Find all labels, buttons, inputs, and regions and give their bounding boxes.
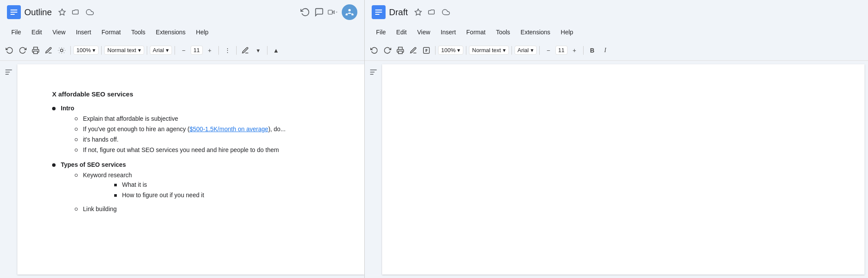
- list-item-text: Keyword research: [83, 172, 132, 179]
- list-item: Intro Explain that affordable is subject…: [52, 105, 330, 157]
- list-item-text: If not, figure out what SEO services you…: [83, 146, 279, 153]
- cloud-icon-right[interactable]: [441, 7, 451, 17]
- video-icon[interactable]: [328, 7, 338, 17]
- bold-btn-r[interactable]: B: [586, 44, 598, 56]
- menu-file-r[interactable]: File: [372, 27, 390, 37]
- doc-heading: X affordable SEO services: [52, 90, 330, 98]
- font-dropdown-r[interactable]: Arial ▾: [515, 46, 537, 55]
- outline-toggle-btn-r[interactable]: [367, 66, 380, 78]
- toolbar-sep-1: [70, 46, 71, 55]
- app-icon-right[interactable]: [372, 5, 386, 19]
- svg-rect-1: [10, 10, 17, 10]
- redo-btn[interactable]: [17, 44, 29, 56]
- menu-help[interactable]: Help: [191, 27, 213, 37]
- italic-btn-r[interactable]: I: [599, 44, 611, 56]
- svg-point-8: [60, 49, 63, 52]
- list-item-label: Types of SEO services: [61, 161, 126, 168]
- bullet-dot: [52, 107, 56, 110]
- folder-icon-right[interactable]: [427, 7, 437, 17]
- bullet-square: [114, 194, 117, 197]
- menu-extensions-r[interactable]: Extensions: [516, 27, 554, 37]
- font-size-plus-r[interactable]: +: [568, 44, 581, 56]
- font-size-display[interactable]: 11: [191, 46, 203, 55]
- paintformat-btn[interactable]: [56, 44, 68, 56]
- avatar-btn[interactable]: [342, 4, 357, 20]
- zoom-dropdown[interactable]: 100% ▾: [73, 46, 99, 55]
- list-item: If you've got enough to hire an agency (…: [61, 126, 286, 132]
- menu-format[interactable]: Format: [97, 27, 125, 37]
- menu-view[interactable]: View: [48, 27, 70, 37]
- outline-toggle-btn[interactable]: [3, 66, 15, 78]
- left-doc-page[interactable]: X affordable SEO services Intro Explain …: [17, 64, 364, 275]
- folder-icon[interactable]: [71, 7, 81, 17]
- left-sidebar-toggle: [0, 61, 17, 278]
- sub-list: Keyword research What it is: [61, 172, 204, 212]
- print-btn-r[interactable]: [394, 44, 406, 56]
- undo-btn[interactable]: [3, 44, 16, 56]
- svg-rect-13: [375, 10, 382, 10]
- pen-tool-btn[interactable]: [239, 44, 251, 56]
- menu-insert[interactable]: Insert: [72, 27, 96, 37]
- menu-tools[interactable]: Tools: [127, 27, 150, 37]
- list-item-text: Explain that affordable is subjective: [83, 115, 178, 122]
- font-dropdown[interactable]: Arial ▾: [150, 46, 172, 55]
- menu-help-r[interactable]: Help: [556, 27, 578, 37]
- toolbar-sep-6: [236, 46, 237, 55]
- left-menu-bar: File Edit View Insert Format Tools Exten…: [0, 24, 364, 40]
- font-size-minus[interactable]: −: [178, 44, 190, 56]
- more-options-btn[interactable]: ⋮: [221, 44, 234, 56]
- menu-edit-r[interactable]: Edit: [392, 27, 411, 37]
- left-doc-title: Outline: [24, 7, 52, 17]
- star-icon[interactable]: [57, 7, 67, 17]
- menu-view-r[interactable]: View: [413, 27, 435, 37]
- list-item-text: If you've got enough to hire an agency (…: [83, 126, 286, 132]
- list-item-label: Intro: [61, 105, 74, 112]
- bullet-circle: [75, 174, 78, 177]
- menu-format-r[interactable]: Format: [462, 27, 490, 37]
- zoom-dropdown-r[interactable]: 100% ▾: [438, 46, 463, 55]
- cloud-icon[interactable]: [85, 7, 95, 17]
- bullet-circle: [75, 138, 78, 141]
- left-title-icons: [57, 7, 95, 17]
- spellcheck-btn[interactable]: [43, 44, 55, 56]
- spellcheck-btn-r[interactable]: [407, 44, 419, 56]
- doc-bullet-list: Intro Explain that affordable is subject…: [52, 105, 330, 212]
- menu-file[interactable]: File: [7, 27, 26, 37]
- toolbar-sep-2: [101, 46, 102, 55]
- history-icon[interactable]: [300, 7, 310, 17]
- menu-tools-r[interactable]: Tools: [492, 27, 515, 37]
- comment-icon[interactable]: [314, 7, 324, 17]
- collapse-toolbar-btn[interactable]: ▲: [270, 44, 282, 56]
- left-title-bar: Outline: [0, 0, 364, 24]
- pen-dropdown-btn[interactable]: ▾: [252, 44, 264, 56]
- text-style-dropdown-r[interactable]: Normal text ▾: [469, 46, 508, 55]
- agency-link[interactable]: $500-1.5K/month on average: [190, 126, 268, 132]
- right-doc-page[interactable]: [382, 64, 865, 275]
- toolbar-sep-r1: [435, 46, 436, 55]
- paintformat-btn-r[interactable]: [420, 44, 432, 56]
- svg-rect-7: [34, 51, 38, 53]
- app-icon-left[interactable]: [7, 5, 21, 19]
- right-menu-bar: File Edit View Insert Format Tools Exten…: [365, 24, 868, 40]
- left-toolbar: 100% ▾ Normal text ▾ Arial ▾ − 11 + ⋮ ▾ …: [0, 40, 364, 61]
- list-item-text: Link building: [83, 205, 117, 212]
- undo-btn-r[interactable]: [368, 44, 380, 56]
- font-size-minus-r[interactable]: −: [542, 44, 554, 56]
- menu-insert-r[interactable]: Insert: [436, 27, 460, 37]
- toolbar-sep-3: [147, 46, 147, 55]
- star-icon-right[interactable]: [413, 7, 423, 17]
- menu-extensions[interactable]: Extensions: [152, 27, 190, 37]
- font-size-display-r[interactable]: 11: [555, 46, 568, 55]
- bullet-dot: [52, 163, 56, 167]
- menu-edit[interactable]: Edit: [27, 27, 46, 37]
- list-item: Explain that affordable is subjective: [75, 115, 286, 122]
- print-btn[interactable]: [30, 44, 42, 56]
- text-style-dropdown[interactable]: Normal text ▾: [104, 46, 144, 55]
- bullet-circle: [75, 208, 78, 211]
- svg-rect-2: [10, 12, 17, 13]
- svg-rect-3: [10, 14, 15, 15]
- svg-marker-4: [59, 9, 66, 15]
- sub-list: Explain that affordable is subjective If…: [61, 115, 286, 153]
- font-size-plus[interactable]: +: [204, 44, 216, 56]
- redo-btn-r[interactable]: [381, 44, 393, 56]
